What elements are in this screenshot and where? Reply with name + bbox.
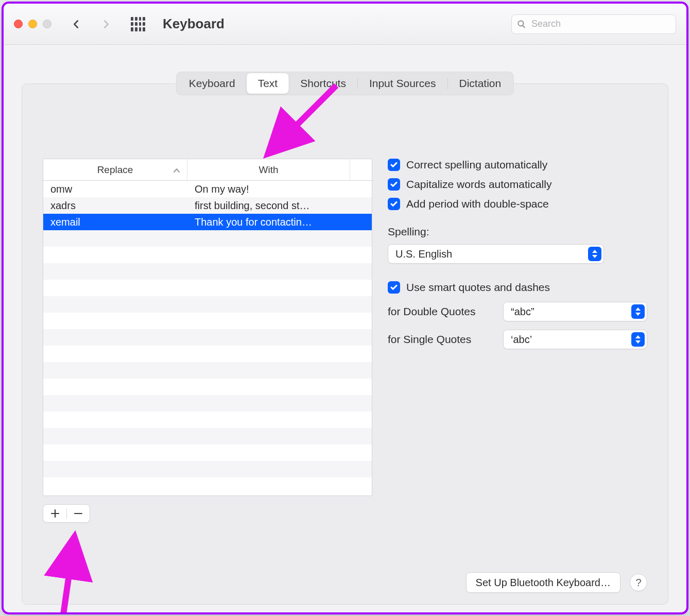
table-row-empty [43,362,372,379]
window-controls [14,20,51,28]
cell-with: first building, second st… [187,200,372,212]
table-row-empty [43,296,372,313]
remove-button[interactable] [67,505,90,522]
replacements-table: Replace With omwOn my way!xadrsfirst bui… [43,159,372,496]
content-area: Keyboard Text Shortcuts Input Sources Di… [4,45,686,612]
column-with-label: With [259,164,279,176]
tabs-bar: Keyboard Text Shortcuts Input Sources Di… [176,72,514,95]
cell-replace: xemail [43,216,187,228]
single-quotes-value: ‘abc’ [511,334,627,346]
add-period-label: Add period with double-space [406,198,549,210]
capitalize-row: Capitalize words automatically [388,178,647,191]
table-row-empty [43,444,372,461]
page-title: Keyboard [163,16,225,32]
search-field[interactable] [511,14,676,34]
single-quotes-popup[interactable]: ‘abc’ [503,330,647,349]
single-quotes-row: for Single Quotes ‘abc’ [388,330,647,349]
annotation-arrow-icon [38,522,99,614]
cell-replace: omw [43,183,187,195]
smart-quotes-row: Use smart quotes and dashes [388,281,647,294]
table-row-empty [43,461,372,477]
table-row[interactable]: xadrsfirst building, second st… [43,197,372,214]
capitalize-label: Capitalize words automatically [406,178,551,191]
table-row-empty [43,395,372,412]
checkmark-icon [390,283,398,292]
text-options: Correct spelling automatically Capitaliz… [388,159,647,349]
column-replace-label: Replace [97,164,133,176]
smart-quotes-checkbox[interactable] [388,281,400,294]
add-remove-control [43,504,90,523]
add-period-row: Add period with double-space [388,198,647,210]
stepper-icon [631,304,645,319]
minimize-window-button[interactable] [28,20,37,28]
capitalize-checkbox[interactable] [388,178,400,191]
annotation-arrow-icon [249,83,352,170]
double-quotes-label: for Double Quotes [388,305,496,318]
stepper-icon [588,247,601,261]
table-row-empty [43,412,372,428]
column-with[interactable]: With [187,159,350,180]
help-button[interactable]: ? [630,574,647,591]
cell-with: Thank you for contactin… [187,216,372,228]
back-button[interactable] [66,14,87,35]
bluetooth-keyboard-button[interactable]: Set Up Bluetooth Keyboard… [466,572,620,593]
table-row[interactable]: omwOn my way! [43,181,372,197]
toolbar: Keyboard [4,4,686,45]
table-row-empty [43,379,372,395]
double-quotes-value: “abc” [511,306,627,318]
svg-line-1 [58,542,74,614]
correct-spelling-row: Correct spelling automatically [388,159,647,171]
show-all-icon[interactable] [131,17,145,31]
sort-indicator-icon [174,164,180,176]
zoom-window-button[interactable] [43,20,51,28]
checkmark-icon [390,180,398,189]
table-row-empty [43,313,372,329]
stepper-icon [631,332,645,347]
cell-replace: xadrs [43,200,187,212]
tab-dictation[interactable]: Dictation [448,73,513,94]
checkmark-icon [390,161,398,169]
search-input[interactable] [530,18,670,30]
spelling-popup[interactable]: U.S. English [388,244,604,264]
cell-with: On my way! [187,183,372,195]
double-quotes-popup[interactable]: “abc” [503,302,647,321]
spelling-value: U.S. English [395,248,584,260]
tab-text[interactable]: Text [247,73,289,94]
table-row-empty [43,247,372,263]
table-row-empty [43,428,372,444]
add-button[interactable] [44,505,66,522]
correct-spelling-checkbox[interactable] [388,159,400,171]
tab-keyboard[interactable]: Keyboard [178,73,247,94]
checkmark-icon [390,200,398,208]
search-icon [517,20,526,29]
table-header: Replace With [43,159,372,181]
table-row-empty [43,329,372,346]
correct-spelling-label: Correct spelling automatically [406,159,547,171]
smart-quotes-label: Use smart quotes and dashes [406,281,550,294]
column-replace[interactable]: Replace [43,159,187,180]
table-row[interactable]: xemailThank you for contactin… [43,214,372,230]
panel-footer: Set Up Bluetooth Keyboard… ? [466,572,647,593]
tab-input-sources[interactable]: Input Sources [358,73,447,94]
minus-icon [74,509,83,518]
panel: Replace With omwOn my way!xadrsfirst bui… [22,83,668,605]
column-spacer [350,159,372,180]
table-row-empty [43,346,372,362]
table-row-empty [43,230,372,247]
add-period-checkbox[interactable] [388,198,400,210]
single-quotes-label: for Single Quotes [388,333,496,346]
preferences-window: Keyboard Keyboard Text Shortcuts Input S… [2,2,688,614]
table-row-empty [43,477,372,494]
double-quotes-row: for Double Quotes “abc” [388,302,647,321]
forward-button[interactable] [96,14,116,35]
tab-shortcuts[interactable]: Shortcuts [289,73,357,94]
table-body: omwOn my way!xadrsfirst building, second… [43,181,372,494]
close-window-button[interactable] [14,20,23,28]
plus-icon [50,509,60,518]
table-row-empty [43,263,372,280]
spelling-label: Spelling: [388,226,647,238]
table-row-empty [43,280,372,296]
